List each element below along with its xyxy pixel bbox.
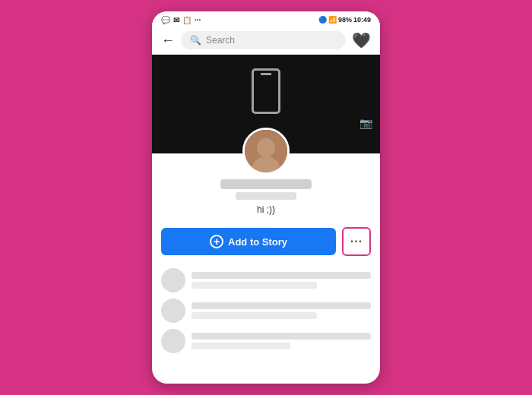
cover-phone-outline [252, 68, 280, 114]
status-left-icons: 💬 ✉ 📋 ··· [161, 16, 201, 24]
more-options-button[interactable]: ··· [342, 227, 371, 256]
more-dots-icon: ··· [350, 235, 363, 248]
search-placeholder: Search [206, 35, 235, 46]
action-row: + Add to Story ··· [152, 220, 380, 264]
feed-item-1 [161, 268, 371, 292]
feed-item-2 [161, 299, 371, 323]
status-right: 🔵 📶 98% 10:49 [318, 16, 371, 24]
feed-lines-2 [192, 302, 371, 319]
battery-text: 98% [338, 16, 352, 24]
avatar [242, 128, 290, 175]
feed-avatar-1 [161, 268, 185, 292]
feed-line-b2 [192, 312, 317, 319]
time-display: 10:49 [353, 16, 371, 24]
plus-circle-icon: + [210, 235, 223, 248]
feed-area [152, 264, 380, 384]
add-to-story-label: Add to Story [228, 236, 287, 248]
camera-icon: 📷 [359, 117, 372, 129]
mail-icon: ✉ [173, 16, 179, 24]
feed-line-a2 [192, 302, 371, 309]
signal-icon: 📶 [328, 16, 337, 24]
feed-line-b1 [192, 282, 317, 289]
feed-item-3 [161, 329, 371, 353]
feed-line-b3 [192, 343, 290, 349]
profile-cover: 📷 [152, 55, 380, 153]
search-bar[interactable]: 🔍 Search [181, 31, 346, 49]
avatar-image [245, 130, 287, 172]
feed-line-a3 [192, 333, 371, 340]
feed-avatar-2 [161, 299, 185, 323]
more-status-icon: ··· [195, 16, 201, 24]
phone-frame: 💬 ✉ 📋 ··· 🔵 📶 98% 10:49 ← 🔍 Search 🖤 📷 [152, 11, 380, 384]
chat-icon: 💬 [161, 16, 170, 24]
profile-sub-blurred [236, 192, 296, 200]
back-button[interactable]: ← [161, 33, 175, 49]
feed-avatar-3 [161, 329, 185, 353]
search-icon: 🔍 [190, 35, 201, 46]
feed-lines-1 [192, 272, 371, 289]
heart-icon[interactable]: 🖤 [352, 31, 371, 49]
status-bar: 💬 ✉ 📋 ··· 🔵 📶 98% 10:49 [152, 11, 380, 27]
bt-icon: 🔵 [318, 16, 327, 24]
feed-lines-3 [192, 333, 371, 349]
top-nav: ← 🔍 Search 🖤 [152, 27, 380, 55]
clipboard-icon: 📋 [182, 16, 192, 24]
profile-name-blurred [220, 179, 312, 189]
profile-info: hi ;)) [152, 179, 380, 220]
feed-line-a1 [192, 272, 371, 279]
profile-bio: hi ;)) [257, 204, 275, 215]
svg-point-1 [257, 138, 274, 157]
add-to-story-button[interactable]: + Add to Story [161, 228, 336, 255]
